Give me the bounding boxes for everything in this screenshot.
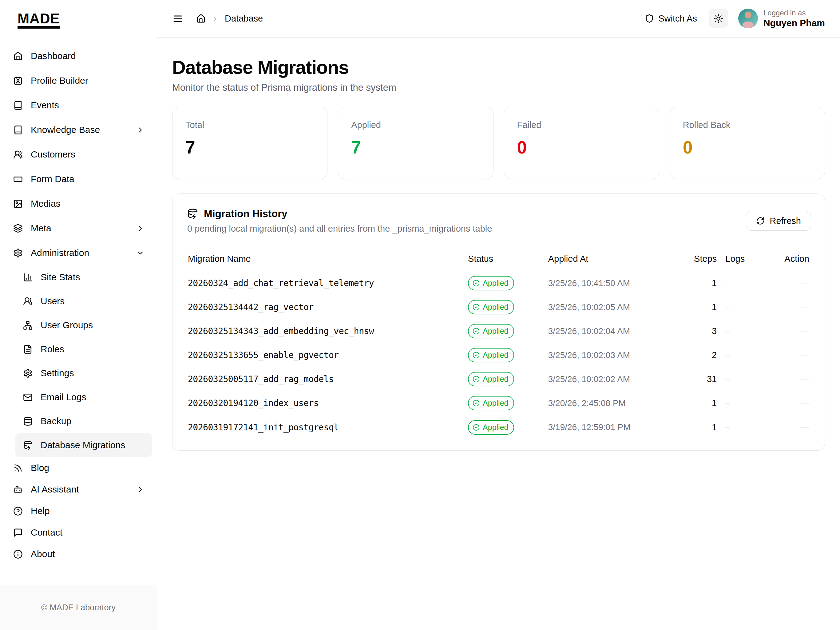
stat-card-total: Total 7 <box>172 107 327 179</box>
sidebar-item-label: Settings <box>41 368 74 378</box>
steps-count: 1 <box>689 302 717 312</box>
sidebar-item-users[interactable]: Users <box>15 289 152 313</box>
check-circle-icon <box>472 424 480 431</box>
breadcrumb-home-link[interactable] <box>196 14 206 24</box>
image-icon <box>13 199 23 209</box>
migration-name: 20260320194120_index_users <box>188 398 468 408</box>
sidebar-item-profile-builder[interactable]: Profile Builder <box>5 68 152 93</box>
migration-name: 20260325133655_enable_pgvector <box>188 350 468 360</box>
house-icon <box>13 51 23 61</box>
page-subtitle: Monitor the status of Prisma migrations … <box>172 82 825 93</box>
page-content: Database Migrations Monitor the status o… <box>157 38 840 451</box>
sidebar-item-label: Contact <box>31 527 62 538</box>
migration-history-subtitle: 0 pending local migration(s) and all ent… <box>187 224 492 234</box>
table-row: 20260319172141_init_postgresql Applied 3… <box>188 415 809 439</box>
message-square-icon <box>13 528 23 537</box>
sidebar-item-label: Customers <box>31 149 75 160</box>
action-cell: — <box>762 374 809 384</box>
table-row: 20260325134343_add_embedding_vec_hnsw Ap… <box>188 319 809 343</box>
sidebar-item-email-logs[interactable]: Email Logs <box>15 385 152 409</box>
sidebar-item-label: Email Logs <box>41 392 86 402</box>
sidebar-item-ai-assistant[interactable]: AI Assistant <box>5 479 152 500</box>
sidebar-item-database-migrations[interactable]: Database Migrations <box>15 433 152 457</box>
sidebar-item-help[interactable]: Help <box>5 500 152 522</box>
refresh-button[interactable]: Refresh <box>746 211 811 231</box>
column-header-steps: Steps <box>689 254 717 264</box>
logs-cell: – <box>717 423 762 432</box>
migration-name: 20260325134442_rag_vector <box>188 302 468 312</box>
stat-card-rolled-back: Rolled Back 0 <box>669 107 825 179</box>
sidebar-item-form-data[interactable]: Form Data <box>5 167 152 192</box>
migrations-table: Migration Name Status Applied At Steps L… <box>172 247 825 439</box>
bot-icon <box>13 485 23 494</box>
sidebar-item-blog[interactable]: Blog <box>5 457 152 479</box>
chevron-right-icon <box>136 126 145 134</box>
migration-history-titles: Migration History 0 pending local migrat… <box>187 208 492 234</box>
chevron-down-icon <box>136 249 145 257</box>
sidebar-item-label: Form Data <box>31 174 74 184</box>
check-circle-icon <box>472 304 480 311</box>
theme-toggle-button[interactable] <box>709 9 728 28</box>
stats-row: Total 7 Applied 7 Failed 0 Rolled Back 0 <box>172 107 825 179</box>
sidebar-item-knowledge-base[interactable]: Knowledge Base <box>5 117 152 142</box>
sidebar-item-label: Meta <box>31 223 51 233</box>
sidebar-footer: © MADE Laboratory <box>0 585 157 630</box>
sidebar-item-meta[interactable]: Meta <box>5 216 152 241</box>
applied-at: 3/20/26, 2:45:08 PM <box>548 398 689 408</box>
action-cell: — <box>762 398 809 408</box>
database-zap-icon <box>23 440 33 450</box>
sidebar-item-label: Events <box>31 100 59 111</box>
logs-cell: – <box>717 302 762 312</box>
check-circle-icon <box>472 328 480 335</box>
sidebar-item-backup[interactable]: Backup <box>15 409 152 433</box>
sidebar-item-about[interactable]: About <box>5 543 152 565</box>
sidebar-nav: Dashboard Profile Builder Events Knowled… <box>0 44 157 565</box>
table-row: 20260325134442_rag_vector Applied 3/25/2… <box>188 295 809 319</box>
sidebar-item-customers[interactable]: Customers <box>5 142 152 167</box>
migration-name: 20260324_add_chat_retrieval_telemetry <box>188 278 468 288</box>
sidebar-item-roles[interactable]: Roles <box>15 337 152 361</box>
logs-cell: – <box>717 326 762 336</box>
column-header-migration-name: Migration Name <box>188 254 468 264</box>
sidebar-item-label: User Groups <box>41 320 93 330</box>
stat-card-applied: Applied 7 <box>338 107 493 179</box>
sidebar-item-site-stats[interactable]: Site Stats <box>15 265 152 289</box>
action-cell: — <box>762 423 809 432</box>
status-badge: Applied <box>468 324 514 339</box>
sidebar-item-contact[interactable]: Contact <box>5 522 152 543</box>
status-badge: Applied <box>468 276 514 290</box>
sidebar-item-medias[interactable]: Medias <box>5 192 152 216</box>
main-area: Database Switch As Logged in as Nguyen P… <box>157 0 840 630</box>
form-fields-icon <box>13 174 23 184</box>
applied-at: 3/25/26, 10:02:04 AM <box>548 326 689 336</box>
sidebar-item-label: Profile Builder <box>31 75 88 86</box>
users-icon <box>23 296 33 306</box>
migration-name: 20260325134343_add_embedding_vec_hnsw <box>188 326 468 336</box>
brand-logo[interactable]: MADE <box>17 11 60 28</box>
sidebar-item-user-groups[interactable]: User Groups <box>15 313 152 337</box>
page-title: Database Migrations <box>172 57 825 78</box>
sidebar-item-settings[interactable]: Settings <box>15 361 152 385</box>
user-meta: Logged in as Nguyen Pham <box>763 9 825 28</box>
refresh-icon <box>756 217 765 225</box>
stat-value: 7 <box>185 139 314 156</box>
switch-as-button[interactable]: Switch As <box>643 13 699 24</box>
user-menu[interactable]: Logged in as Nguyen Pham <box>738 9 825 28</box>
chart-column-icon <box>23 272 33 282</box>
column-header-status: Status <box>468 254 548 264</box>
check-circle-icon <box>472 400 480 407</box>
user-name: Nguyen Pham <box>763 17 825 28</box>
sidebar-toggle-button[interactable] <box>172 13 183 24</box>
table-row: 20260325133655_enable_pgvector Applied 3… <box>188 343 809 367</box>
applied-at: 3/25/26, 10:41:50 AM <box>548 279 689 288</box>
sidebar-item-events[interactable]: Events <box>5 93 152 117</box>
mail-icon <box>23 393 33 402</box>
sidebar-item-dashboard[interactable]: Dashboard <box>5 44 152 68</box>
sidebar-item-label: Users <box>41 296 65 306</box>
sidebar-item-administration[interactable]: Administration <box>5 241 152 265</box>
sidebar-item-label: Help <box>31 506 50 516</box>
book-icon <box>13 125 23 135</box>
users-icon <box>13 150 23 159</box>
migrations-table-header: Migration Name Status Applied At Steps L… <box>188 247 809 271</box>
avatar[interactable] <box>738 9 758 28</box>
